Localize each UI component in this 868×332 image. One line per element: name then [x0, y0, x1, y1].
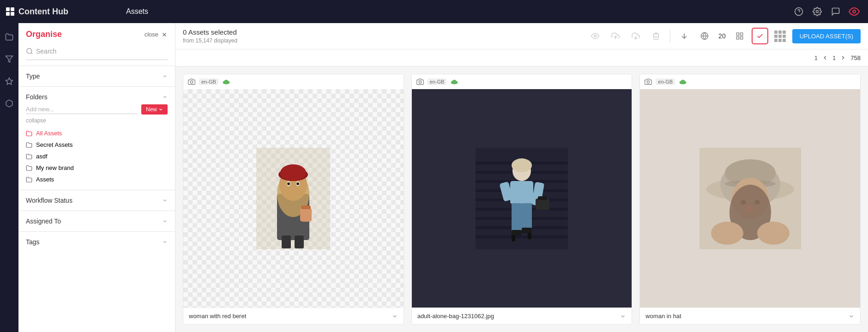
tags-chevron-icon [162, 239, 168, 245]
camera-icon-1 [188, 78, 195, 85]
close-button[interactable]: close [145, 31, 168, 38]
profile-button[interactable] [827, 3, 844, 20]
asset-card-1: en-GB [183, 74, 404, 325]
svg-point-35 [280, 164, 306, 181]
svg-marker-9 [6, 78, 13, 85]
asset-card-header-1: en-GB [183, 74, 404, 89]
folder-item-assets[interactable]: Assets [26, 174, 168, 185]
language-toolbar-button[interactable] [696, 28, 713, 44]
assigned-to-header[interactable]: Assigned To [18, 211, 175, 231]
folder-icon-my-new-brand [26, 165, 32, 171]
svg-rect-23 [736, 37, 739, 39]
svg-rect-22 [740, 33, 742, 35]
next-page-button[interactable] [838, 52, 849, 63]
svg-rect-24 [740, 37, 742, 39]
svg-rect-69 [512, 230, 522, 235]
folder-item-asdf[interactable]: asdf [26, 151, 168, 162]
folder-name-my-new-brand: My new brand [36, 164, 74, 171]
folder-name-secret-assets: Secret Assets [36, 141, 72, 148]
sidebar: Organise close Type Folders [18, 23, 175, 332]
settings-button[interactable] [809, 3, 826, 20]
list-view-button[interactable] [731, 28, 748, 44]
collapse-link[interactable]: collapse [26, 117, 168, 124]
folder-item-secret-assets[interactable]: Secret Assets [26, 139, 168, 151]
icon-sidebar [0, 23, 18, 332]
workflow-status-label: Workflow Status [26, 197, 72, 204]
asset-lang-2: en-GB [428, 78, 447, 85]
content-area: 0 Assets selected from 15,147 displayed [175, 23, 868, 332]
add-folder-input[interactable] [26, 105, 138, 114]
main-wrapper: Organise close Type Folders [18, 23, 868, 332]
assigned-to-section: Assigned To [18, 211, 175, 231]
asset-lang-1: en-GB [199, 78, 218, 85]
search-input[interactable] [33, 46, 168, 57]
asset-footer-3: woman in hat [640, 308, 860, 324]
asset-expand-icon-3[interactable] [848, 313, 855, 320]
svg-point-14 [594, 35, 597, 37]
chevron-down-small-icon [158, 107, 163, 112]
type-filter-label: Type [26, 72, 40, 80]
cloud-icon-2 [450, 78, 458, 85]
svg-rect-21 [736, 33, 739, 35]
svg-point-73 [647, 81, 650, 83]
sidebar-icon-files[interactable] [0, 27, 18, 47]
visibility-button[interactable] [846, 3, 862, 20]
grid-view-button[interactable] [772, 28, 789, 44]
folders-section: Folders New collapse All Assets [18, 86, 175, 190]
new-folder-button[interactable]: New [141, 104, 168, 115]
svg-point-25 [190, 81, 193, 83]
svg-rect-70 [522, 228, 532, 233]
help-button[interactable] [790, 3, 807, 20]
sidebar-icon-star[interactable] [0, 71, 18, 91]
folders-header[interactable]: Folders [18, 87, 175, 104]
workflow-status-header[interactable]: Workflow Status [18, 190, 175, 211]
svg-rect-42 [282, 235, 291, 248]
prev-page-button[interactable] [820, 52, 831, 63]
asset-expand-icon-2[interactable] [620, 313, 626, 320]
folder-name-all-assets: All Assets [36, 130, 62, 137]
svg-point-86 [754, 200, 760, 205]
folders-add-row: New [26, 104, 168, 115]
svg-rect-0 [6, 7, 10, 11]
sidebar-icon-filter[interactable] [0, 49, 18, 69]
folder-icon-asdf [26, 153, 32, 160]
assets-selected-text: 0 Assets selected [183, 28, 237, 36]
upload-toolbar-button[interactable] [607, 28, 624, 44]
asset-card-header-3: en-GB [640, 74, 860, 89]
svg-rect-59 [476, 235, 568, 238]
asset-card-header-2: en-GB [412, 74, 632, 89]
camera-icon-2 [416, 78, 424, 85]
asset-card-3: en-GB [639, 74, 861, 325]
asset-lang-3: en-GB [656, 78, 675, 85]
type-filter-header[interactable]: Type [18, 66, 175, 86]
upload-assets-button[interactable]: UPLOAD ASSET(S) [792, 29, 861, 43]
workflow-chevron-icon [162, 198, 168, 203]
select-all-checkbox[interactable] [752, 28, 768, 44]
type-filter-section: Type [18, 66, 175, 86]
camera-icon-3 [645, 78, 652, 85]
svg-rect-62 [510, 181, 533, 204]
tags-header[interactable]: Tags [18, 232, 175, 252]
folders-body: New collapse All Assets Secret Assets [18, 104, 175, 190]
assets-displayed-text: from 15,147 displayed [183, 37, 237, 44]
close-icon [161, 31, 168, 38]
sidebar-icon-box[interactable] [0, 93, 18, 114]
folder-item-my-new-brand[interactable]: My new brand [26, 162, 168, 174]
asset-image-2 [412, 89, 632, 308]
svg-point-61 [512, 158, 532, 172]
search-icon [26, 48, 33, 55]
svg-point-38 [287, 182, 290, 185]
asset-expand-icon-1[interactable] [392, 313, 398, 320]
delete-toolbar-button[interactable] [648, 28, 664, 44]
tags-label: Tags [26, 238, 40, 246]
cloud-icon-1 [222, 78, 230, 85]
workflow-status-section: Workflow Status [18, 190, 175, 211]
search-box [26, 46, 168, 60]
download-toolbar-button[interactable] [627, 28, 644, 44]
folder-item-all-assets[interactable]: All Assets [26, 127, 168, 139]
eye-toolbar-button[interactable] [587, 28, 603, 44]
per-page-count: 20 [717, 32, 728, 40]
sort-toolbar-button[interactable] [676, 28, 693, 44]
app-logo: Content Hub [0, 0, 122, 23]
asset-name-2: adult-alone-bag-1231062.jpg [417, 313, 494, 320]
